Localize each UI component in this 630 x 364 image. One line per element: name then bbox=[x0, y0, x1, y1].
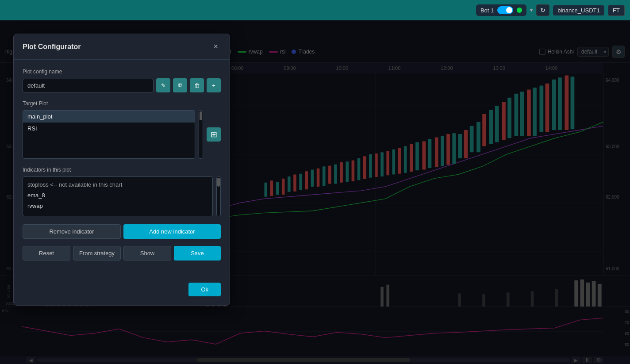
add-config-button[interactable]: + bbox=[207, 78, 221, 92]
copy-config-button[interactable]: ⧉ bbox=[173, 78, 187, 92]
ok-button[interactable]: Ok bbox=[188, 283, 221, 296]
modal-header: Plot Configurator × bbox=[14, 34, 230, 60]
add-plot-button[interactable]: ⊞ bbox=[207, 127, 221, 142]
bot-toggle[interactable] bbox=[497, 6, 513, 14]
ft-button[interactable]: FT bbox=[608, 5, 625, 16]
show-button[interactable]: Show bbox=[123, 246, 171, 261]
plot-configurator-modal: Plot Configurator × Plot config name def… bbox=[13, 34, 230, 306]
indicators-label: Indicators in this plot bbox=[23, 167, 221, 173]
plot-list-item-rsi[interactable]: RSI bbox=[23, 123, 195, 134]
config-name-select[interactable]: default bbox=[23, 79, 154, 92]
indicator-rvwap[interactable]: rvwap bbox=[27, 201, 208, 211]
config-name-row: default ✎ ⧉ 🗑 + bbox=[23, 78, 221, 92]
save-button[interactable]: Save bbox=[174, 246, 221, 261]
bot-label: Bot 1 bbox=[480, 7, 494, 14]
indicators-scrollbar-thumb bbox=[217, 178, 220, 187]
edit-config-button[interactable]: ✎ bbox=[156, 78, 170, 92]
indicators-section: Indicators in this plot stoploss <-- not… bbox=[23, 167, 221, 216]
target-plot-container: main_plot RSI ⊞ bbox=[23, 110, 221, 159]
target-plot-section: Target Plot main_plot RSI ⊞ bbox=[23, 100, 221, 159]
bottom-action-buttons: Reset From strategy Show Save bbox=[23, 246, 221, 261]
status-dot bbox=[517, 8, 522, 13]
modal-footer: Ok bbox=[14, 278, 230, 305]
plot-list-item-main[interactable]: main_plot bbox=[23, 111, 195, 123]
plot-scrollbar-thumb bbox=[200, 111, 202, 120]
top-bar: Bot 1 ▾ ↻ binance_USDT1 FT bbox=[0, 0, 630, 20]
add-indicator-button[interactable]: Add new indicator bbox=[123, 224, 221, 239]
indicator-ema8[interactable]: ema_8 bbox=[27, 190, 208, 201]
plot-list-scrollbar bbox=[199, 110, 203, 159]
modal-body: Plot config name default ✎ ⧉ 🗑 + Target … bbox=[14, 60, 230, 278]
bot-controls: Bot 1 bbox=[476, 4, 526, 16]
modal-title: Plot Configurator bbox=[23, 43, 81, 51]
delete-config-button[interactable]: 🗑 bbox=[190, 78, 204, 92]
indicator-action-buttons: Remove indicator Add new indicator bbox=[23, 224, 221, 239]
modal-overlay: Plot Configurator × Plot config name def… bbox=[0, 20, 630, 364]
indicator-stoploss[interactable]: stoploss <-- not available in this chart bbox=[27, 180, 208, 190]
chevron-down-icon[interactable]: ▾ bbox=[530, 7, 533, 13]
plot-list[interactable]: main_plot RSI bbox=[23, 110, 195, 159]
reset-button[interactable]: Reset bbox=[23, 246, 70, 261]
pair-label: binance_USDT1 bbox=[553, 5, 604, 15]
from-strategy-button[interactable]: From strategy bbox=[73, 246, 121, 261]
indicators-scrollbar bbox=[216, 176, 221, 216]
remove-indicator-button[interactable]: Remove indicator bbox=[23, 224, 121, 239]
plot-config-label: Plot config name bbox=[23, 69, 221, 75]
modal-close-button[interactable]: × bbox=[211, 41, 221, 52]
indicators-list[interactable]: stoploss <-- not available in this chart… bbox=[23, 176, 213, 216]
target-plot-label: Target Plot bbox=[23, 100, 221, 107]
refresh-button[interactable]: ↻ bbox=[536, 4, 549, 16]
